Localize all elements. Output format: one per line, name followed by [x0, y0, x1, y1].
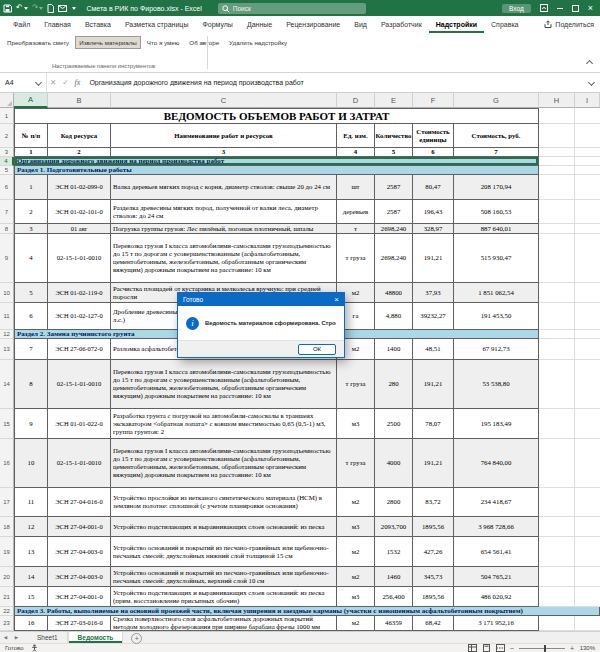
total-cost-cell[interactable]: 504 765,21: [454, 567, 539, 587]
item-number-cell[interactable]: 3: [14, 224, 48, 234]
item-number-cell[interactable]: 6: [14, 303, 48, 330]
total-cost-cell[interactable]: 3 968 728,66: [454, 517, 539, 537]
item-number-cell[interactable]: 5: [14, 283, 48, 303]
empty-cell[interactable]: [539, 200, 575, 224]
unit-cost-cell[interactable]: 328,97: [413, 224, 454, 234]
resource-code-cell[interactable]: ЭСН 01-02-101-0: [48, 200, 111, 224]
empty-cell[interactable]: [575, 616, 600, 631]
work-name-cell[interactable]: Разделка древесины мягких пород, получен…: [111, 200, 337, 224]
sheet-nav-right-icon[interactable]: ▶: [11, 632, 22, 643]
unit-cell[interactable]: т груза: [337, 439, 375, 488]
empty-cell[interactable]: [575, 330, 600, 339]
empty-cell[interactable]: [575, 409, 600, 439]
minimize-button[interactable]: [557, 8, 563, 9]
empty-cell[interactable]: [575, 148, 600, 157]
total-cost-cell[interactable]: 1 851 062,54: [454, 283, 539, 303]
quantity-cell[interactable]: 48800: [375, 283, 413, 303]
work-name-cell[interactable]: Валка деревьев мягких пород с корня, диа…: [111, 175, 337, 200]
resource-code-cell[interactable]: ЭСН 27-04-003-0: [48, 567, 111, 587]
item-number-cell[interactable]: 16: [14, 616, 48, 631]
quantity-cell[interactable]: 2698,240: [375, 224, 413, 234]
empty-cell[interactable]: [575, 166, 600, 175]
empty-cell[interactable]: [575, 537, 600, 567]
total-cost-cell[interactable]: 764 840,00: [454, 439, 539, 488]
empty-cell[interactable]: [575, 439, 600, 488]
quantity-cell[interactable]: 256,400: [375, 587, 413, 607]
search-input[interactable]: [233, 5, 362, 12]
empty-cell[interactable]: [539, 488, 575, 517]
row-header-14[interactable]: 14: [0, 360, 14, 409]
row-header-11[interactable]: 11: [0, 303, 14, 330]
table-header-cell[interactable]: 3: [111, 148, 337, 157]
insert-function-icon[interactable]: fx: [75, 78, 81, 87]
row-header-23[interactable]: 23: [0, 616, 14, 631]
dialog-close-icon[interactable]: ×: [334, 296, 339, 304]
item-number-cell[interactable]: 15: [14, 587, 48, 607]
quantity-cell[interactable]: 4,880: [375, 303, 413, 330]
undo-button[interactable]: ↶: [16, 4, 28, 12]
unit-cell[interactable]: т груза: [337, 234, 375, 283]
empty-cell[interactable]: [539, 148, 575, 157]
email-icon[interactable]: [58, 5, 67, 12]
ribbon-tab-Вставка[interactable]: Вставка: [78, 16, 118, 33]
quantity-cell[interactable]: 1400: [375, 339, 413, 360]
empty-cell[interactable]: [539, 283, 575, 303]
item-number-cell[interactable]: 14: [14, 567, 48, 587]
quantity-cell[interactable]: 2093,700: [375, 517, 413, 537]
ribbon-tab-Формулы[interactable]: Формулы: [195, 16, 239, 33]
column-header-E[interactable]: E: [375, 93, 413, 108]
row-header-15[interactable]: 15: [0, 409, 14, 439]
unit-cell[interactable]: м3: [337, 409, 375, 439]
empty-cell[interactable]: [575, 175, 600, 200]
collapse-ribbon-icon[interactable]: [586, 60, 593, 67]
addin-button[interactable]: Об авторе: [185, 36, 223, 49]
row-header-16[interactable]: 16: [0, 439, 14, 488]
name-box-dropdown-icon[interactable]: [35, 79, 42, 86]
empty-cell[interactable]: [539, 616, 575, 631]
item-number-cell[interactable]: 12: [14, 517, 48, 537]
resource-code-cell[interactable]: 02-15-1-01-0010: [48, 439, 111, 488]
row-header-7[interactable]: 7: [0, 200, 14, 224]
unit-cost-cell[interactable]: 39232,27: [413, 303, 454, 330]
ribbon-tab-Разработчик[interactable]: Разработчик: [374, 16, 429, 33]
addin-button[interactable]: Извлечь материалы: [75, 36, 141, 49]
enter-icon[interactable]: ✓: [62, 78, 68, 87]
resource-code-cell[interactable]: ЭСН 01-02-119-0: [48, 283, 111, 303]
work-name-cell[interactable]: Устройство подстилающих и выравнивающих …: [111, 587, 337, 607]
table-header-cell[interactable]: Стоимость, руб.: [454, 124, 539, 148]
row-header-19[interactable]: 19: [0, 537, 14, 567]
unit-cost-cell[interactable]: 80,47: [413, 175, 454, 200]
resource-code-cell[interactable]: 02-15-1-01-0010: [48, 360, 111, 409]
zoom-slider-thumb[interactable]: [544, 645, 546, 652]
table-header-cell[interactable]: 4: [337, 148, 375, 157]
sheet-title-cell[interactable]: ВЕДОМОСТЬ ОБЪЕМОВ РАБОТ И ЗАТРАТ: [14, 108, 539, 124]
table-header-cell[interactable]: 7: [454, 148, 539, 157]
work-name-cell[interactable]: Разработка грунта с погрузкой на автомоб…: [111, 409, 337, 439]
row-header-5[interactable]: 5: [0, 166, 14, 175]
empty-cell[interactable]: [539, 224, 575, 234]
empty-cell[interactable]: [539, 124, 575, 148]
unit-cell[interactable]: м2: [337, 537, 375, 567]
table-header-cell[interactable]: Количество: [375, 124, 413, 148]
ribbon-tab-Справка[interactable]: Справка: [484, 16, 525, 33]
addin-button[interactable]: Что я умею: [143, 36, 183, 49]
unit-cost-cell[interactable]: 345,73: [413, 567, 454, 587]
work-name-cell[interactable]: Устройство прослойки из нетканого синтет…: [111, 488, 337, 517]
row-header-22[interactable]: 22: [0, 607, 14, 616]
unit-cost-cell[interactable]: 48,51: [413, 339, 454, 360]
addin-button[interactable]: Удалить надстройку: [225, 36, 291, 49]
resource-code-cell[interactable]: ЭСН 27-04-003-0: [48, 537, 111, 567]
table-header-cell[interactable]: 1: [14, 148, 48, 157]
resource-code-cell[interactable]: ЭСН 01-02-127-0: [48, 303, 111, 330]
item-number-cell[interactable]: 10: [14, 439, 48, 488]
table-header-cell[interactable]: Стоимость единицы: [413, 124, 454, 148]
quantity-cell[interactable]: 280: [375, 360, 413, 409]
section-cell[interactable]: Раздел 3. Работы, выполняемые на основно…: [14, 607, 600, 616]
empty-cell[interactable]: [575, 124, 600, 148]
total-cost-cell[interactable]: 887 640,01: [454, 224, 539, 234]
work-name-cell[interactable]: Перевозка грузов I класса автомобилями-с…: [111, 234, 337, 283]
total-cost-cell[interactable]: 195 183,49: [454, 409, 539, 439]
row-header-18[interactable]: 18: [0, 517, 14, 537]
unit-cost-cell[interactable]: 191,21: [413, 439, 454, 488]
zoom-slider[interactable]: [519, 648, 565, 649]
